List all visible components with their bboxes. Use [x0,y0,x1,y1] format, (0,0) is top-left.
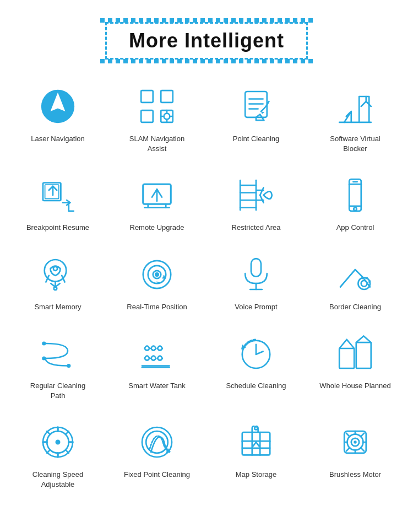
feature-item-map-storage: Map Storage [206,412,306,495]
feature-label-slam-navigation: SLAM Navigation Assist [121,134,193,154]
feature-label-regular-cleaning-path: Regular Cleaning Path [22,381,94,401]
slam-nav-icon [135,84,179,128]
app-control-icon [333,173,377,217]
schedule-icon [234,331,278,375]
svg-line-89 [346,433,350,437]
feature-item-realtime-position: Real-Time Position [107,244,206,318]
brushless-icon [333,420,377,464]
feature-label-whole-house-planned: Whole House Planned [319,381,390,391]
feature-label-smart-water-tank: Smart Water Tank [128,381,185,391]
svg-rect-64 [356,342,371,368]
svg-rect-2 [141,90,153,103]
feature-label-point-cleaning: Point Cleaning [233,134,280,144]
svg-rect-79 [242,432,270,455]
svg-line-90 [361,433,364,437]
point-clean-icon [234,84,278,128]
feature-item-remote-upgrade: Remote Upgrade [107,165,206,238]
feature-item-voice-prompt: Voice Prompt [206,244,306,318]
feature-label-remote-upgrade: Remote Upgrade [130,223,184,233]
clean-path-icon [36,331,80,375]
feature-label-app-control: App Control [336,223,374,233]
svg-point-40 [54,287,57,289]
feature-label-breakpoint-resume: Breakpoint Resume [26,223,89,233]
feature-item-breakpoint-resume: Breakpoint Resume [8,165,107,238]
feature-item-smart-water-tank: Smart Water Tank [107,323,206,406]
house-plan-icon [333,331,377,375]
feature-label-realtime-position: Real-Time Position [127,302,187,312]
restricted-icon [234,173,278,217]
voice-icon [234,252,278,297]
header-section: More Intelligent [105,22,308,60]
svg-line-72 [66,431,68,434]
feature-item-point-cleaning: Point Cleaning [206,76,306,159]
virtual-block-icon [333,84,377,128]
feature-label-border-cleaning: Border Cleaning [329,302,381,312]
realtime-pos-icon [135,252,179,297]
feature-item-brushless-motor: Brushless Motor [306,412,405,495]
feature-item-border-cleaning: Border Cleaning [306,244,405,318]
svg-rect-48 [251,259,261,276]
svg-line-55 [369,281,370,282]
feature-item-slam-navigation: SLAM Navigation Assist [107,76,206,159]
feature-item-whole-house-planned: Whole House Planned [306,323,405,406]
feature-item-restricted-area: Restricted Area [206,165,306,238]
feature-item-schedule-cleaning: Schedule Cleaning [206,323,306,406]
feature-label-laser-navigation: Laser Navigation [31,134,85,144]
feature-item-smart-memory: Smart Memory [8,244,107,318]
svg-point-57 [42,356,46,360]
page-title: More Intelligent [105,22,308,60]
feature-label-schedule-cleaning: Schedule Cleaning [226,381,286,391]
feature-item-laser-navigation: Laser Navigation [8,76,107,159]
svg-rect-18 [43,183,61,201]
svg-point-46 [155,273,158,276]
feature-label-cleaning-speed: Cleaning Speed Adjustable [22,470,94,490]
svg-point-84 [354,440,356,443]
svg-rect-63 [339,348,354,368]
laser-nav-icon [36,84,80,128]
svg-point-6 [164,114,170,120]
features-grid: Laser Navigation SLAM Navigation Assist … [8,76,405,496]
fixed-point-icon [135,420,179,464]
border-clean-icon [333,252,377,297]
svg-line-54 [366,277,367,278]
feature-item-software-virtual-blocker: Software Virtual Blocker [306,76,405,159]
svg-line-91 [346,448,350,451]
smart-memory-icon [36,252,80,297]
feature-label-restricted-area: Restricted Area [232,223,281,233]
svg-rect-4 [141,110,153,122]
svg-line-92 [361,448,364,451]
speed-icon [36,420,80,464]
feature-item-fixed-point-cleaning: Fixed Point Cleaning [107,412,206,495]
svg-point-75 [56,440,61,445]
svg-line-74 [66,450,68,453]
feature-item-cleaning-speed: Cleaning Speed Adjustable [8,412,107,495]
water-tank-icon [135,331,179,375]
svg-point-80 [254,427,257,429]
feature-label-software-virtual-blocker: Software Virtual Blocker [319,134,391,154]
feature-label-map-storage: Map Storage [236,470,276,480]
svg-line-73 [47,450,50,453]
svg-point-56 [42,341,46,345]
svg-rect-3 [161,90,173,103]
feature-label-brushless-motor: Brushless Motor [329,470,381,480]
feature-label-fixed-point-cleaning: Fixed Point Cleaning [124,470,190,480]
feature-label-voice-prompt: Voice Prompt [235,302,277,312]
svg-point-35 [354,208,356,211]
svg-point-52 [361,280,367,286]
breakpoint-icon [36,173,80,217]
svg-point-38 [53,266,57,270]
map-storage-icon [234,420,278,464]
feature-item-regular-cleaning-path: Regular Cleaning Path [8,323,107,406]
svg-line-53 [363,277,365,278]
svg-point-58 [67,364,70,368]
feature-label-smart-memory: Smart Memory [34,302,81,312]
svg-line-71 [47,431,50,434]
remote-upgrade-icon [135,173,179,217]
feature-item-app-control: App Control [306,165,405,238]
